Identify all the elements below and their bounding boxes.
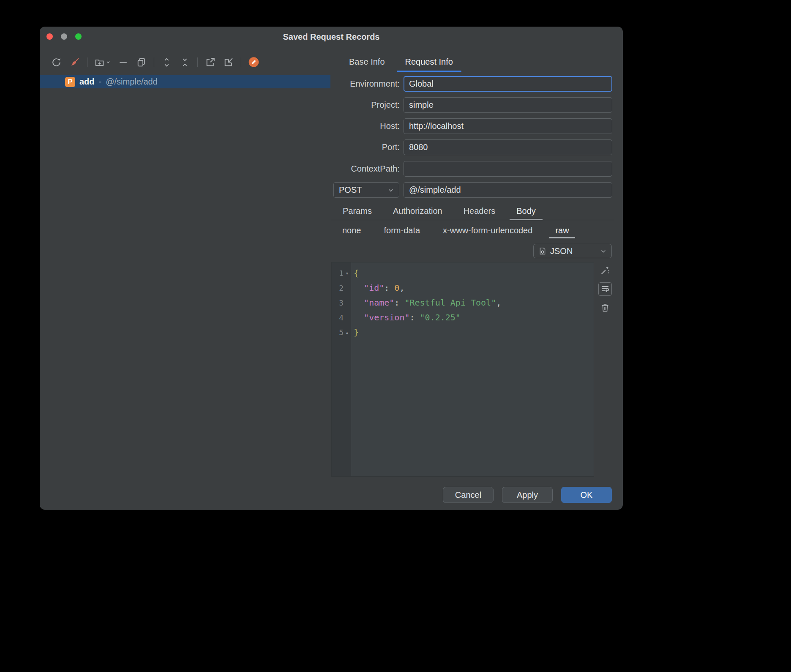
import-button[interactable] <box>223 57 234 68</box>
environment-label: Environment: <box>330 76 400 92</box>
code-line[interactable]: "version": "0.2.25" <box>354 310 594 325</box>
fold-close-icon[interactable]: ▴ <box>344 329 351 336</box>
copy-button[interactable] <box>136 57 147 68</box>
edit-pencil-icon <box>248 56 259 68</box>
copy-icon <box>136 57 147 68</box>
titlebar: Saved Request Records <box>40 27 623 46</box>
window-title: Saved Request Records <box>40 32 623 42</box>
line-number: 3 <box>332 298 344 307</box>
editor-tools <box>597 264 614 314</box>
toolbar-divider <box>241 57 241 67</box>
magic-wand-icon <box>600 265 610 276</box>
collapse-all-icon <box>180 57 190 68</box>
code-line[interactable]: { <box>354 266 594 281</box>
export-button[interactable] <box>205 57 216 68</box>
tab-params[interactable]: Params <box>336 202 379 220</box>
method-url-row: POST <box>330 182 612 198</box>
contextpath-input[interactable] <box>404 161 612 177</box>
toolbar-divider <box>154 57 154 67</box>
fold-open-icon[interactable]: ▾ <box>344 270 351 276</box>
line-number: 1 <box>332 269 344 278</box>
request-section-tabs: Params Authorization Headers Body <box>331 202 614 220</box>
apply-button[interactable]: Apply <box>502 487 553 503</box>
saved-request-records-dialog: Saved Request Records <box>40 27 623 510</box>
remove-button[interactable] <box>117 57 129 68</box>
request-list-item[interactable]: P add - @/simple/add <box>40 75 330 88</box>
collapse-all-button[interactable] <box>179 57 191 68</box>
json-file-icon <box>539 247 546 255</box>
request-name: add <box>79 77 95 87</box>
tab-form-data[interactable]: form-data <box>378 221 426 239</box>
refresh-button[interactable] <box>51 57 62 68</box>
clean-button[interactable] <box>69 57 80 68</box>
body-editor[interactable]: 1▾2345▴ { "id": 0, "name": "Restful Api … <box>331 262 594 477</box>
tab-none[interactable]: none <box>336 221 367 239</box>
toolbar-divider <box>197 57 198 67</box>
port-input[interactable] <box>404 139 612 155</box>
format-dropdown[interactable]: JSON <box>533 244 612 258</box>
gutter-line: 4 <box>332 310 351 325</box>
project-input[interactable] <box>404 97 612 113</box>
code-line[interactable]: "name": "Restful Api Tool", <box>354 295 594 310</box>
request-detail-panel: Base Info Request Info Environment: Proj… <box>330 46 623 510</box>
import-icon <box>223 57 234 68</box>
chevron-down-icon <box>600 248 606 254</box>
code-line[interactable]: "id": 0, <box>354 281 594 295</box>
url-input[interactable] <box>404 182 612 198</box>
gutter-line: 5▴ <box>332 325 351 340</box>
new-folder-icon <box>94 57 105 68</box>
expand-all-icon <box>161 57 172 68</box>
soft-wrap-button[interactable] <box>598 282 612 296</box>
tab-x-www-form-urlencoded[interactable]: x-www-form-urlencoded <box>437 221 538 239</box>
line-number: 2 <box>332 284 344 292</box>
post-method-badge-icon: P <box>65 77 75 87</box>
minus-icon <box>118 57 128 68</box>
line-number: 4 <box>332 313 344 322</box>
host-row: Host: <box>330 118 612 134</box>
clean-broom-icon <box>69 57 80 68</box>
soft-wrap-icon <box>600 284 610 294</box>
project-label: Project: <box>330 97 400 113</box>
line-number: 5 <box>332 328 344 337</box>
format-value: JSON <box>550 246 573 256</box>
port-label: Port: <box>330 139 400 155</box>
body-mode-tabs: none form-data x-www-form-urlencoded raw <box>331 221 575 239</box>
new-folder-button[interactable] <box>94 57 111 68</box>
list-toolbar <box>40 54 330 71</box>
ok-button[interactable]: OK <box>561 487 612 503</box>
request-list-panel: P add - @/simple/add <box>40 46 330 510</box>
contextpath-row: ContextPath: <box>330 161 612 177</box>
code-line[interactable]: } <box>354 325 594 340</box>
chevron-down-icon <box>388 187 394 193</box>
method-dropdown[interactable]: POST <box>333 182 399 198</box>
tab-headers[interactable]: Headers <box>457 202 502 220</box>
refresh-icon <box>51 57 62 68</box>
main-tabs: Base Info Request Info <box>330 51 623 72</box>
export-icon <box>205 57 215 68</box>
tab-body[interactable]: Body <box>510 202 543 220</box>
port-row: Port: <box>330 139 612 155</box>
host-label: Host: <box>330 118 400 134</box>
chevron-down-icon <box>106 60 111 65</box>
editor-gutter: 1▾2345▴ <box>332 262 351 476</box>
editor-code[interactable]: { "id": 0, "name": "Restful Api Tool", "… <box>351 262 594 476</box>
request-separator: - <box>99 77 102 87</box>
contextpath-label: ContextPath: <box>330 161 400 177</box>
reformat-code-button[interactable] <box>598 264 612 277</box>
environment-input[interactable] <box>404 76 612 92</box>
tab-request-info[interactable]: Request Info <box>395 51 463 72</box>
request-path: @/simple/add <box>106 77 158 87</box>
trash-icon <box>600 303 610 313</box>
host-input[interactable] <box>404 118 612 134</box>
edit-button[interactable] <box>248 57 259 68</box>
environment-row: Environment: <box>330 76 612 92</box>
cancel-button[interactable]: Cancel <box>443 487 494 503</box>
tab-base-info[interactable]: Base Info <box>339 51 395 72</box>
delete-body-button[interactable] <box>598 301 612 314</box>
expand-all-button[interactable] <box>161 57 172 68</box>
gutter-line: 1▾ <box>332 266 351 281</box>
tab-raw[interactable]: raw <box>549 221 575 239</box>
tab-authorization[interactable]: Authorization <box>386 202 449 220</box>
gutter-line: 3 <box>332 295 351 310</box>
method-value: POST <box>339 185 362 195</box>
